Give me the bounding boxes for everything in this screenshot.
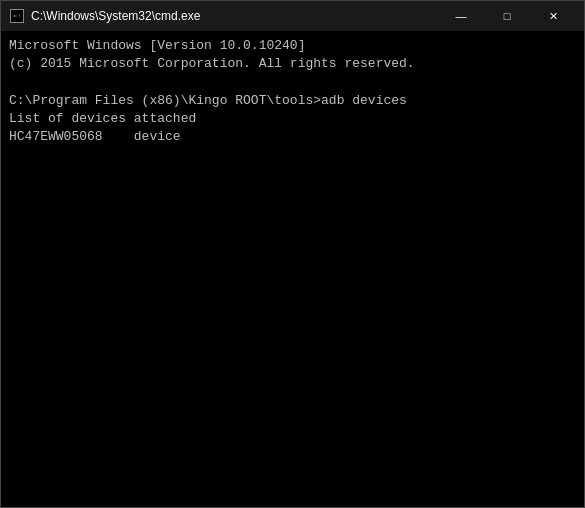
console-line xyxy=(9,255,576,273)
console-line xyxy=(9,219,576,237)
console-line: C:\Program Files (x86)\Kingo ROOT\tools>… xyxy=(9,92,576,110)
minimize-button[interactable]: — xyxy=(438,1,484,31)
console-line xyxy=(9,474,576,492)
console-line xyxy=(9,146,576,164)
console-line xyxy=(9,419,576,437)
console-line xyxy=(9,346,576,364)
maximize-button[interactable]: □ xyxy=(484,1,530,31)
console-line xyxy=(9,401,576,419)
window-controls: — □ ✕ xyxy=(438,1,576,31)
console-line xyxy=(9,292,576,310)
console-line xyxy=(9,201,576,219)
console-line xyxy=(9,164,576,182)
window-icon xyxy=(9,8,25,24)
console-line: List of devices attached xyxy=(9,110,576,128)
close-button[interactable]: ✕ xyxy=(530,1,576,31)
console-line xyxy=(9,183,576,201)
console-line: HC47EWW05068 device xyxy=(9,128,576,146)
window-title: C:\Windows\System32\cmd.exe xyxy=(31,9,438,23)
console-line xyxy=(9,437,576,455)
console-line xyxy=(9,310,576,328)
console-line xyxy=(9,328,576,346)
console-line: Microsoft Windows [Version 10.0.10240] xyxy=(9,37,576,55)
console-line xyxy=(9,364,576,382)
console-line xyxy=(9,237,576,255)
console-line xyxy=(9,273,576,291)
cmd-icon xyxy=(10,9,24,23)
cmd-window: C:\Windows\System32\cmd.exe — □ ✕ Micros… xyxy=(0,0,585,508)
title-bar: C:\Windows\System32\cmd.exe — □ ✕ xyxy=(1,1,584,31)
console-line xyxy=(9,73,576,91)
console-line xyxy=(9,383,576,401)
console-line xyxy=(9,455,576,473)
console-line: (c) 2015 Microsoft Corporation. All righ… xyxy=(9,55,576,73)
console-output[interactable]: Microsoft Windows [Version 10.0.10240](c… xyxy=(1,31,584,507)
